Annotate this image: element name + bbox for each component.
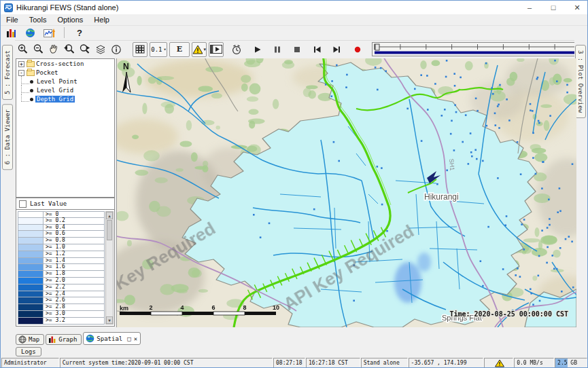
map-time-label: Time: 2020-08-25 00:00:00 CST bbox=[449, 310, 568, 318]
road-label: SH1 bbox=[448, 158, 455, 170]
warning-icon bbox=[192, 45, 203, 54]
status-warning-cell[interactable] bbox=[484, 358, 513, 368]
chevron-down-icon: ▾ bbox=[164, 47, 167, 52]
maximize-icon[interactable]: □ bbox=[543, 1, 564, 14]
legend-swatch bbox=[18, 231, 44, 237]
main-toolbar: ? bbox=[1, 25, 587, 41]
status-gmt-time: 08:27:18 GMT bbox=[273, 358, 305, 368]
tab-graph[interactable]: Graph bbox=[46, 334, 82, 345]
info-icon[interactable] bbox=[109, 43, 123, 56]
status-user: Administrator bbox=[1, 358, 59, 368]
legend-row[interactable]: >= 3.2 bbox=[18, 318, 105, 325]
previous-zoom-icon[interactable] bbox=[63, 43, 76, 56]
map-globe-icon[interactable] bbox=[23, 26, 37, 39]
tab-forecast[interactable]: 5 : Forecast bbox=[2, 45, 13, 100]
map-canvas[interactable]: SH1 Hikurangi Springs Flat API Key Requi… bbox=[117, 58, 576, 327]
menu-help[interactable]: Help bbox=[88, 16, 115, 24]
layers-icon[interactable] bbox=[94, 43, 107, 56]
legend-label: >= 3.2 bbox=[44, 318, 65, 324]
legend-swatch bbox=[18, 244, 44, 251]
pause-button[interactable] bbox=[271, 43, 284, 56]
grid-display-button[interactable] bbox=[133, 42, 148, 57]
scrollbar-track[interactable] bbox=[106, 241, 113, 316]
next-zoom-icon[interactable] bbox=[78, 43, 92, 56]
skip-to-end-button[interactable] bbox=[330, 43, 343, 56]
collapse-icon[interactable]: - bbox=[18, 70, 24, 76]
tree-item-label[interactable]: Level Grid bbox=[35, 87, 75, 94]
tree-connector bbox=[21, 76, 29, 84]
play-button[interactable] bbox=[251, 43, 264, 56]
map-toolbar: 0.1 ▾ E ▾ bbox=[16, 40, 575, 58]
tree-item-depth-grid[interactable]: Depth Grid bbox=[16, 95, 114, 103]
last-value-label: Last Value bbox=[30, 200, 67, 207]
record-button[interactable] bbox=[351, 43, 364, 56]
zoom-out-icon[interactable] bbox=[31, 43, 45, 56]
legend-panel: Last Value >= 0 >= 0.2 >= 0.4 >= 0.6 >= … bbox=[16, 198, 115, 327]
toolbar-separator bbox=[64, 27, 65, 38]
zoom-in-icon[interactable] bbox=[16, 43, 29, 56]
left-panel: + Cross-section - Pocket Level Point Lev… bbox=[16, 58, 115, 327]
tab-data-viewer[interactable]: 6 : Data Viewer bbox=[2, 104, 13, 170]
legend-scrollbar[interactable]: ▲ ▼ bbox=[105, 211, 114, 325]
tree-item-level-point[interactable]: Level Point bbox=[16, 77, 114, 86]
bottom-tab-bar: Map Graph Spatial □ ✕ bbox=[16, 331, 141, 345]
legend-label: >= 2.0 bbox=[44, 278, 65, 284]
last-value-checkbox[interactable] bbox=[19, 200, 27, 208]
tree-item-cross-section[interactable]: + Cross-section bbox=[16, 60, 114, 68]
tree-item-label[interactable]: Level Point bbox=[35, 78, 79, 85]
scrollbar-up-icon[interactable]: ▲ bbox=[106, 212, 113, 219]
legend-swatch bbox=[18, 212, 44, 217]
tree-item-label-selected[interactable]: Depth Grid bbox=[35, 96, 75, 103]
tab-map[interactable]: Map bbox=[16, 334, 44, 345]
close-icon[interactable]: ✕ bbox=[567, 1, 587, 14]
contour-interval-dropdown[interactable]: 0.1 ▾ bbox=[150, 42, 167, 57]
map-view[interactable]: SH1 Hikurangi Springs Flat API Key Requi… bbox=[116, 58, 576, 327]
legend-swatch bbox=[18, 238, 44, 244]
legend-label: >= 1.8 bbox=[44, 271, 65, 277]
legend-label: >= 2.6 bbox=[44, 297, 65, 303]
menu-options[interactable]: Options bbox=[52, 16, 88, 24]
scrollbar-thumb[interactable] bbox=[107, 220, 112, 240]
legend-label: >= 2.4 bbox=[44, 291, 65, 297]
tab-graph-label: Graph bbox=[58, 336, 77, 343]
status-cst-time: 16:27:18 CST bbox=[306, 358, 360, 368]
legend-swatch bbox=[18, 218, 44, 224]
scale-tick: 2 bbox=[149, 304, 152, 311]
tree-item-pocket[interactable]: - Pocket bbox=[16, 69, 114, 77]
stop-button[interactable] bbox=[290, 43, 304, 56]
time-slider[interactable] bbox=[372, 42, 584, 56]
tree-item-label[interactable]: Cross-section bbox=[35, 60, 85, 67]
warnings-dropdown-button[interactable]: ▾ bbox=[192, 42, 207, 57]
tab-spatial[interactable]: Spatial □ ✕ bbox=[83, 332, 141, 345]
help-button[interactable]: ? bbox=[73, 26, 86, 39]
minimize-icon[interactable]: – bbox=[519, 1, 540, 14]
timeline-handle[interactable] bbox=[375, 44, 379, 50]
labels-toggle-button[interactable]: E bbox=[169, 42, 190, 57]
tab-plot-overview[interactable]: 3 : Plot Overview bbox=[575, 45, 586, 118]
menu-tools[interactable]: Tools bbox=[24, 16, 52, 24]
tree-item-level-grid[interactable]: Level Grid bbox=[16, 86, 114, 94]
window-title: Hikurangi FEWS (Stand alone) bbox=[16, 3, 118, 12]
tree-item-label[interactable]: Pocket bbox=[35, 69, 60, 76]
expand-icon[interactable]: + bbox=[18, 61, 24, 67]
scrollbar-down-icon[interactable]: ▼ bbox=[106, 316, 113, 324]
menu-file[interactable]: File bbox=[1, 16, 24, 24]
scale-tick: 10 bbox=[273, 304, 279, 311]
status-memory: 2.5 GB bbox=[555, 358, 587, 368]
tab-close-icon[interactable]: ✕ bbox=[134, 335, 137, 342]
topology-tree: + Cross-section - Pocket Level Point Lev… bbox=[16, 58, 115, 198]
skip-to-start-button[interactable] bbox=[310, 43, 324, 56]
pan-hand-icon[interactable] bbox=[47, 43, 60, 56]
app-window: Hikurangi FEWS (Stand alone) – □ ✕ File … bbox=[0, 0, 588, 368]
animation-timer-icon[interactable] bbox=[230, 43, 243, 56]
legend-label: >= 0.2 bbox=[44, 218, 65, 224]
legend-label: >= 0.4 bbox=[44, 225, 65, 231]
timeseries-display-icon[interactable] bbox=[42, 26, 56, 39]
explorer-barchart-icon[interactable] bbox=[4, 26, 18, 39]
tab-maximize-icon[interactable]: □ bbox=[127, 335, 131, 342]
legend-swatch bbox=[18, 278, 44, 284]
tree-connector bbox=[21, 85, 29, 93]
logs-button[interactable]: Logs bbox=[16, 347, 41, 356]
animation-movie-button[interactable] bbox=[209, 42, 224, 57]
legend-swatch bbox=[18, 284, 44, 291]
